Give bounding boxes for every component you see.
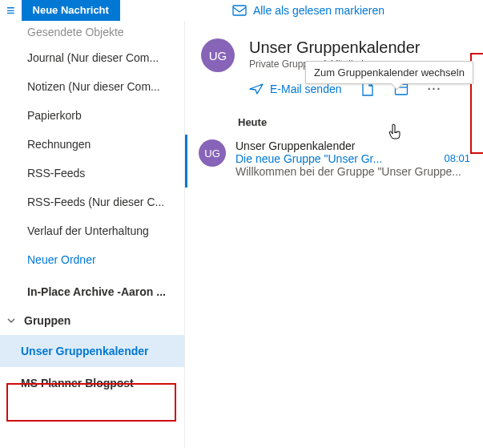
message-subject: Die neue Gruppe "Unser Gr...: [235, 152, 382, 165]
sidebar: Gesendete Objekte Journal (Nur dieser Co…: [0, 21, 185, 448]
sidebar-item[interactable]: Notizen (Nur dieser Com...: [0, 72, 184, 101]
sidebar-item[interactable]: Rechnungen: [0, 130, 184, 159]
sidebar-section-archive[interactable]: In-Place Archive -Aaron ...: [0, 277, 184, 306]
send-email-label: E-Mail senden: [270, 83, 342, 95]
cursor-pointer-icon: [388, 123, 406, 145]
group-avatar: UG: [201, 38, 235, 72]
chevron-down-icon: [3, 317, 19, 325]
new-folder-link[interactable]: Neuer Ordner: [0, 245, 184, 274]
sidebar-item[interactable]: Gesendete Objekte: [0, 24, 184, 43]
new-message-button[interactable]: Neue Nachricht: [22, 0, 120, 21]
mark-all-read-label: Alle als gelesen markieren: [253, 4, 384, 17]
sidebar-item[interactable]: Verlauf der Unterhaltung: [0, 216, 184, 245]
tooltip: Zum Gruppenkalender wechseln: [305, 61, 473, 84]
sidebar-item[interactable]: RSS-Feeds (Nur dieser C...: [0, 188, 184, 216]
menu-icon[interactable]: ≡: [0, 2, 22, 19]
sidebar-item[interactable]: Papierkorb: [0, 101, 184, 130]
sidebar-item[interactable]: RSS-Feeds: [0, 159, 184, 188]
sidebar-item[interactable]: Journal (Nur dieser Com...: [0, 43, 184, 72]
sidebar-group-item[interactable]: MS Planner Blogpost: [0, 367, 184, 399]
groups-label: Gruppen: [19, 306, 75, 335]
message-avatar: UG: [199, 139, 226, 167]
date-section-today: Heute: [185, 108, 483, 135]
message-preview: Willkommen bei der Gruppe "Unser Gruppe.…: [235, 165, 470, 178]
sidebar-section-groups[interactable]: Gruppen: [0, 306, 184, 335]
mark-all-read-button[interactable]: Alle als gelesen markieren: [232, 4, 384, 17]
message-row[interactable]: UG Unser Gruppenkalender Die neue Gruppe…: [185, 135, 483, 188]
mail-open-icon: [232, 5, 247, 16]
sidebar-group-selected[interactable]: Unser Gruppenkalender: [0, 335, 184, 367]
group-title: Unser Gruppenkalender: [249, 38, 467, 57]
svg-rect-0: [233, 6, 246, 15]
message-from: Unser Gruppenkalender: [235, 139, 470, 152]
content-pane: UG Unser Gruppenkalender Private Gruppe …: [185, 21, 483, 448]
message-time: 08:01: [444, 152, 470, 165]
send-icon: [249, 83, 264, 95]
send-email-button[interactable]: E-Mail senden: [249, 83, 342, 95]
